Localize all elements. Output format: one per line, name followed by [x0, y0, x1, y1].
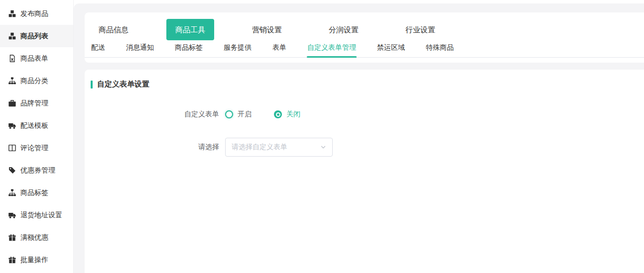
sidebar-item[interactable]: 批量操作 [0, 249, 73, 271]
section-accent-bar [91, 81, 93, 89]
sub-tab-label: 商品标签 [175, 43, 203, 51]
tabs-card: 商品信息 商品工具 营销设置 分润设置 行业设置 配送 消息通知 商品标签 服务… [85, 12, 644, 63]
section-title: 自定义表单设置 [97, 80, 149, 89]
gift-icon [8, 234, 16, 241]
sub-tab[interactable]: 消息通知 [126, 42, 154, 57]
sidebar-item[interactable]: 发布商品 [0, 2, 73, 25]
radio-disable-label: 关闭 [286, 110, 300, 119]
sidebar-item[interactable]: 品牌管理 [0, 92, 73, 114]
sidebar-item-label: 商品表单 [20, 54, 48, 63]
custom-form-radio-group: 开启 关闭 [225, 110, 300, 119]
main-tab-label: 分润设置 [320, 19, 368, 40]
sidebar-item-label: 发布商品 [20, 9, 48, 18]
sidebar-item[interactable]: 商品分类 [0, 70, 73, 92]
radio-disable[interactable]: 关闭 [274, 110, 300, 119]
sidebar-menu: 发布商品 商品列表 商品表单 商品分类 品牌管理 配送模板 评论管理 优惠券管理… [0, 0, 73, 271]
sidebar-item[interactable]: 退货地址设置 [0, 204, 73, 226]
sub-tab-label: 表单 [272, 43, 286, 51]
file-excel-icon [8, 55, 16, 62]
sub-tab-label: 配送 [91, 43, 105, 51]
radio-unchecked-icon[interactable] [225, 110, 233, 118]
sidebar-item-label: 满额优惠 [20, 233, 48, 242]
main-tab-label: 营销设置 [243, 19, 291, 40]
sidebar-item[interactable]: 商品标签 [0, 182, 73, 204]
select-label: 请选择 [85, 143, 225, 152]
sidebar-item-label: 评论管理 [20, 144, 48, 153]
sub-tab-label: 特殊商品 [426, 43, 454, 51]
custom-form-select-row: 请选择 请选择自定义表单 [85, 138, 644, 157]
sitemap-icon [8, 77, 16, 85]
sidebar-item-label: 商品分类 [20, 77, 48, 86]
main-tab[interactable]: 行业设置 [396, 19, 444, 40]
section-header: 自定义表单设置 [85, 70, 644, 89]
sidebar-item[interactable]: 评论管理 [0, 137, 73, 159]
sub-tab[interactable]: 表单 [272, 42, 287, 57]
main-tab-bar: 商品信息 商品工具 营销设置 分润设置 行业设置 [85, 12, 644, 42]
sitemap-icon [8, 189, 16, 196]
custom-form-label: 自定义表单 [85, 110, 225, 119]
main-tab[interactable]: 分润设置 [320, 19, 368, 40]
sidebar-item[interactable]: 优惠券管理 [0, 159, 73, 182]
sub-tab-label: 自定义表单管理 [307, 43, 356, 51]
cubes-icon [8, 32, 16, 40]
columns-icon [8, 144, 16, 152]
main-tab-label: 商品工具 [166, 19, 214, 40]
sidebar: 发布商品 商品列表 商品表单 商品分类 品牌管理 配送模板 评论管理 优惠券管理… [0, 0, 74, 273]
sub-tab[interactable]: 配送 [91, 42, 106, 57]
sidebar-item-label: 优惠券管理 [20, 166, 55, 175]
gift-icon [8, 256, 16, 264]
select-placeholder: 请选择自定义表单 [232, 143, 287, 152]
cubes-icon [8, 10, 16, 17]
content-area: 商品信息 商品工具 营销设置 分润设置 行业设置 配送 消息通知 商品标签 服务… [74, 0, 644, 273]
radio-enable[interactable]: 开启 [225, 110, 252, 119]
sub-tab[interactable]: 自定义表单管理 [307, 42, 357, 57]
main-tab-label: 商品信息 [90, 19, 137, 40]
radio-checked-icon[interactable] [274, 110, 282, 118]
sub-tab-bar: 配送 消息通知 商品标签 服务提供 表单 自定义表单管理 禁运区域 特殊商品 [85, 42, 644, 58]
sub-tab-label: 禁运区域 [377, 43, 405, 51]
main-tab-label: 行业设置 [396, 19, 444, 40]
sidebar-item-label: 配送模板 [20, 121, 48, 130]
sub-tab-label: 服务提供 [224, 43, 252, 51]
sidebar-item-label: 退货地址设置 [20, 211, 62, 220]
chevron-down-icon [320, 144, 326, 150]
main-tab[interactable]: 商品信息 [90, 19, 137, 40]
radio-enable-label: 开启 [238, 110, 252, 119]
briefcase-icon [8, 99, 16, 107]
tag-icon [8, 167, 16, 174]
sidebar-item[interactable]: 满额优惠 [0, 226, 73, 249]
custom-form-toggle-row: 自定义表单 开启 关闭 [85, 110, 644, 119]
main-tab[interactable]: 营销设置 [243, 19, 291, 40]
truck-icon [8, 122, 16, 129]
sidebar-item-label: 批量操作 [20, 256, 48, 265]
sidebar-item-label: 商品列表 [20, 32, 48, 41]
sidebar-item-label: 商品标签 [20, 188, 48, 197]
sub-tab-label: 消息通知 [126, 43, 154, 51]
settings-card: 自定义表单设置 自定义表单 开启 关闭 请选择 请选择自定义表单 [85, 70, 644, 273]
truck-icon [8, 211, 16, 219]
sub-tab[interactable]: 特殊商品 [425, 42, 454, 57]
sub-tab[interactable]: 商品标签 [174, 42, 203, 57]
custom-form-select[interactable]: 请选择自定义表单 [225, 138, 333, 157]
sidebar-item[interactable]: 商品表单 [0, 47, 73, 70]
main-tab[interactable]: 商品工具 [166, 19, 214, 40]
sidebar-item-label: 品牌管理 [20, 99, 48, 108]
sub-tab[interactable]: 服务提供 [223, 42, 252, 57]
sidebar-item[interactable]: 配送模板 [0, 114, 73, 137]
sidebar-item[interactable]: 商品列表 [0, 25, 73, 47]
sub-tab[interactable]: 禁运区域 [377, 42, 405, 57]
